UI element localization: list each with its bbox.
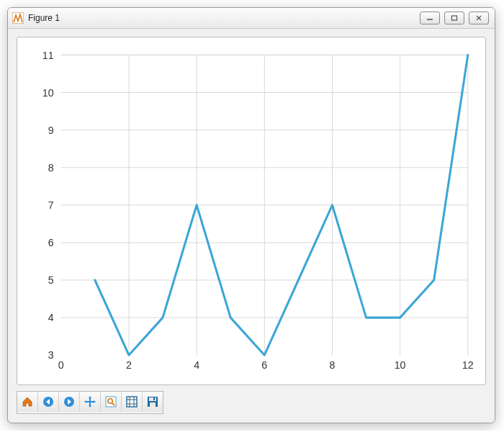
maximize-button[interactable]	[444, 12, 464, 24]
svg-text:5: 5	[48, 274, 54, 286]
svg-text:8: 8	[329, 359, 335, 371]
svg-rect-38	[127, 397, 137, 407]
back-button[interactable]	[38, 392, 59, 412]
minimize-button[interactable]	[420, 12, 440, 24]
svg-text:6: 6	[261, 359, 267, 371]
titlebar: Figure 1	[8, 8, 495, 29]
x-axis-ticks: 024681012	[58, 359, 474, 371]
line-chart[interactable]: 02468101234567891011	[24, 45, 478, 377]
app-icon	[12, 12, 24, 24]
svg-text:4: 4	[194, 359, 199, 371]
svg-text:12: 12	[462, 359, 474, 371]
configure-subplots-button[interactable]	[122, 392, 143, 412]
navigation-toolbar	[17, 391, 163, 414]
svg-rect-2	[452, 16, 457, 20]
svg-text:0: 0	[58, 359, 64, 371]
svg-text:10: 10	[395, 359, 406, 371]
svg-text:10: 10	[42, 87, 54, 99]
figure-window: Figure 1 02468101234567891011	[7, 7, 495, 423]
svg-text:6: 6	[48, 237, 54, 248]
y-axis-ticks: 34567891011	[42, 49, 54, 361]
svg-text:11: 11	[42, 49, 54, 60]
svg-text:4: 4	[48, 312, 54, 323]
forward-button[interactable]	[59, 392, 80, 412]
svg-text:3: 3	[48, 349, 54, 361]
svg-rect-45	[150, 402, 156, 407]
save-button[interactable]	[143, 392, 163, 412]
svg-text:2: 2	[126, 359, 132, 371]
window-controls	[420, 12, 489, 24]
svg-text:9: 9	[48, 125, 54, 136]
zoom-button[interactable]	[101, 392, 122, 412]
window-title: Figure 1	[28, 13, 60, 23]
svg-text:7: 7	[48, 199, 54, 211]
close-button[interactable]	[469, 12, 489, 24]
home-button[interactable]	[17, 392, 38, 412]
svg-rect-46	[153, 397, 155, 400]
pan-button[interactable]	[80, 392, 101, 412]
svg-text:8: 8	[48, 162, 54, 174]
plot-area: 02468101234567891011	[17, 37, 486, 385]
svg-rect-44	[149, 397, 156, 401]
